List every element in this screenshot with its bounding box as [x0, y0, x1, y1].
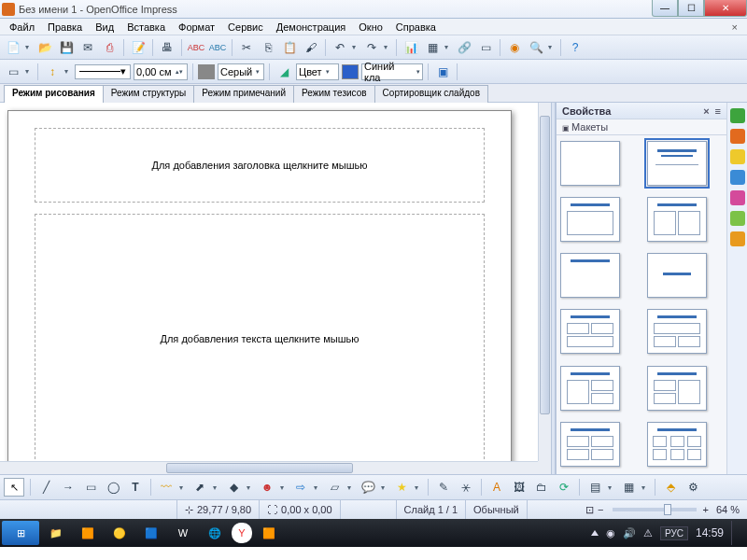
- zoom-out-button[interactable]: −: [598, 504, 603, 515]
- start-button[interactable]: ⊞: [2, 521, 39, 545]
- undo-dropdown[interactable]: ▾: [352, 43, 359, 51]
- menu-window[interactable]: Окно: [353, 21, 388, 34]
- arrange-icon[interactable]: ▦: [619, 478, 638, 497]
- taskbar-app-icon[interactable]: 🟧: [73, 521, 103, 545]
- format-paint-icon[interactable]: 🖌: [302, 38, 320, 57]
- tray-language[interactable]: РУС: [660, 526, 688, 540]
- taskbar-impress-icon[interactable]: 🟧: [254, 521, 284, 545]
- tab-sorter[interactable]: Сортировщик слайдов: [374, 85, 488, 103]
- tab-outline[interactable]: Режим структуры: [103, 85, 194, 103]
- table-icon[interactable]: ▦: [423, 38, 442, 57]
- line-tool-icon[interactable]: ╱: [36, 478, 55, 497]
- star-dropdown[interactable]: ▾: [415, 483, 422, 492]
- tray-network-icon[interactable]: ⚠: [643, 527, 653, 539]
- flow-dropdown[interactable]: ▾: [347, 483, 355, 492]
- print-icon[interactable]: 🖶: [158, 38, 176, 57]
- line-color-swatch[interactable]: [198, 64, 215, 79]
- cut-icon[interactable]: ✂: [237, 38, 256, 57]
- fontwork-icon[interactable]: A: [487, 478, 506, 497]
- spellcheck-icon[interactable]: ABC: [187, 38, 205, 57]
- gallery-icon[interactable]: 🗀: [532, 478, 551, 497]
- menu-edit[interactable]: Правка: [42, 21, 88, 34]
- taskbar-browser-icon[interactable]: 🟡: [105, 521, 134, 545]
- new-dropdown[interactable]: ▾: [25, 43, 33, 51]
- line-style-combo[interactable]: ▾: [75, 64, 131, 79]
- rotate-icon[interactable]: ⟳: [555, 478, 573, 497]
- layouts-section-header[interactable]: ▣Макеты: [557, 119, 726, 135]
- show-desktop-button[interactable]: [731, 521, 738, 545]
- open-icon[interactable]: 📂: [35, 38, 54, 57]
- connector-tool-icon[interactable]: ⬈: [190, 478, 209, 497]
- window-maximize-button[interactable]: ☐: [678, 0, 704, 17]
- align-icon[interactable]: ▤: [585, 478, 604, 497]
- tab-notes[interactable]: Режим примечаний: [193, 85, 294, 103]
- layout-left-2[interactable]: [560, 366, 620, 411]
- email-icon[interactable]: ✉: [78, 38, 97, 57]
- basicshape-tool-icon[interactable]: ◆: [224, 478, 243, 497]
- zoom-fit-icon[interactable]: ⊡: [585, 504, 594, 516]
- basic-dropdown[interactable]: ▾: [247, 483, 254, 492]
- layout-2x1[interactable]: [560, 309, 620, 354]
- taskbar-explorer-icon[interactable]: 📁: [41, 521, 71, 545]
- blockarrow-tool-icon[interactable]: ⇨: [291, 478, 310, 497]
- menu-view[interactable]: Вид: [90, 21, 120, 34]
- window-close-button[interactable]: ✕: [704, 0, 747, 17]
- layout-right-2[interactable]: [647, 366, 707, 411]
- slide-icon[interactable]: ▭: [4, 63, 22, 81]
- connector-dropdown[interactable]: ▾: [213, 483, 220, 492]
- layout-two-content[interactable]: [647, 197, 707, 242]
- menu-slideshow[interactable]: Демонстрация: [271, 21, 352, 34]
- zoom-dropdown[interactable]: ▾: [548, 43, 556, 51]
- curve-tool-icon[interactable]: 〰: [157, 478, 176, 497]
- hscroll-thumb[interactable]: [166, 463, 353, 473]
- symbol-dropdown[interactable]: ▾: [280, 483, 288, 492]
- menu-help[interactable]: Справка: [390, 21, 442, 34]
- interaction-icon[interactable]: ⚙: [684, 478, 702, 497]
- arrow-dropdown[interactable]: ▾: [64, 67, 72, 76]
- master-tab-icon[interactable]: [730, 129, 745, 144]
- zoom-icon[interactable]: 🔍: [527, 38, 545, 57]
- panel-close-button[interactable]: ×: [703, 105, 709, 117]
- taskbar-app2-icon[interactable]: 🟦: [136, 521, 166, 545]
- document-close-button[interactable]: ×: [726, 21, 743, 33]
- slide[interactable]: Для добавления заголовка щелкните мышью …: [7, 110, 512, 461]
- horizontal-scrollbar[interactable]: [0, 461, 538, 474]
- tray-shield-icon[interactable]: ◉: [606, 527, 615, 539]
- menu-tools[interactable]: Сервис: [222, 21, 269, 34]
- table-dropdown[interactable]: ▾: [444, 43, 452, 51]
- layout-1x2[interactable]: [647, 309, 707, 354]
- pdf-icon[interactable]: ⎙: [100, 38, 119, 57]
- autospell-icon[interactable]: ABC: [208, 38, 227, 57]
- layout-6boxes[interactable]: [647, 422, 707, 467]
- taskbar-ie-icon[interactable]: 🌐: [200, 521, 230, 545]
- panel-menu-icon[interactable]: ≡: [715, 105, 721, 117]
- redo-icon[interactable]: ↷: [362, 38, 381, 57]
- layout-title-only[interactable]: [560, 253, 620, 298]
- save-icon[interactable]: 💾: [57, 38, 76, 57]
- line-color-combo[interactable]: Серый▾: [218, 63, 264, 80]
- title-placeholder[interactable]: Для добавления заголовка щелкните мышью: [35, 128, 485, 203]
- rect-tool-icon[interactable]: ▭: [81, 478, 100, 497]
- navigator-icon[interactable]: ◉: [505, 38, 524, 57]
- select-tool-icon[interactable]: ↖: [4, 478, 24, 497]
- shadow-icon[interactable]: ▣: [433, 63, 452, 81]
- tab-handout[interactable]: Режим тезисов: [293, 85, 375, 103]
- tray-volume-icon[interactable]: 🔊: [623, 527, 636, 539]
- zoom-in-button[interactable]: +: [702, 504, 708, 515]
- slideshow-icon[interactable]: ▭: [476, 38, 495, 57]
- menu-insert[interactable]: Вставка: [121, 21, 171, 34]
- menu-format[interactable]: Формат: [173, 21, 220, 34]
- vertical-scrollbar[interactable]: [538, 103, 551, 461]
- flowchart-tool-icon[interactable]: ▱: [325, 478, 344, 497]
- window-minimize-button[interactable]: —: [652, 0, 678, 17]
- arrow2-dropdown[interactable]: ▾: [314, 483, 321, 492]
- layout-centered[interactable]: [647, 253, 707, 298]
- star-tool-icon[interactable]: ★: [392, 478, 411, 497]
- paste-icon[interactable]: 📋: [280, 38, 299, 57]
- fill-type-combo[interactable]: Цвет▾: [296, 63, 339, 80]
- taskbar-yandex-icon[interactable]: Y: [232, 523, 252, 543]
- navigator-tab-icon[interactable]: [730, 231, 745, 246]
- extrusion-icon[interactable]: ⬘: [661, 478, 680, 497]
- symbol-tool-icon[interactable]: ☻: [258, 478, 276, 497]
- content-placeholder[interactable]: Для добавления текста щелкните мышью: [35, 214, 485, 461]
